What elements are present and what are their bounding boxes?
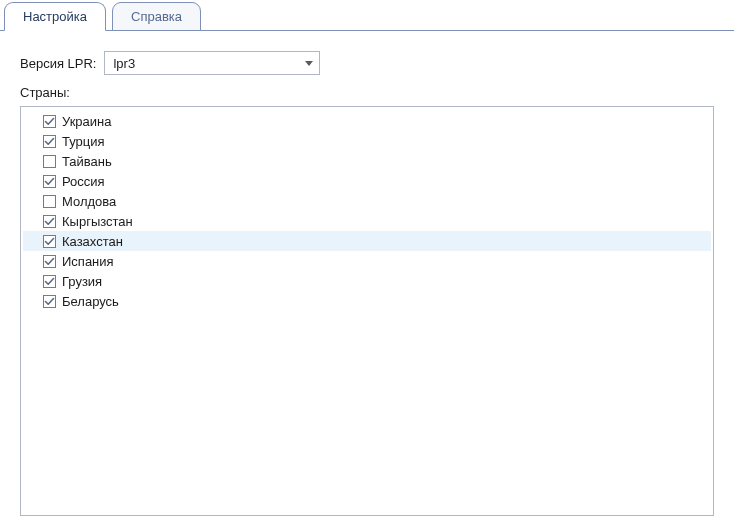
country-item[interactable]: Турция — [23, 131, 711, 151]
tab-settings[interactable]: Настройка — [4, 2, 106, 31]
tab-settings-label: Настройка — [23, 9, 87, 24]
country-label: Кыргызстан — [62, 214, 133, 229]
countries-label: Страны: — [20, 85, 714, 100]
tab-help[interactable]: Справка — [112, 2, 201, 31]
country-item[interactable]: Россия — [23, 171, 711, 191]
country-item[interactable]: Беларусь — [23, 291, 711, 311]
country-item[interactable]: Кыргызстан — [23, 211, 711, 231]
settings-panel: Версия LPR: lpr3 Страны: УкраинаТурцияТа… — [0, 31, 734, 525]
country-label: Молдова — [62, 194, 116, 209]
country-checkbox[interactable] — [43, 235, 56, 248]
country-label: Казахстан — [62, 234, 123, 249]
country-item[interactable]: Грузия — [23, 271, 711, 291]
chevron-down-icon — [305, 61, 313, 66]
country-item[interactable]: Молдова — [23, 191, 711, 211]
lpr-version-row: Версия LPR: lpr3 — [20, 51, 714, 75]
tab-help-label: Справка — [131, 9, 182, 24]
country-label: Грузия — [62, 274, 102, 289]
country-item[interactable]: Тайвань — [23, 151, 711, 171]
country-checkbox[interactable] — [43, 155, 56, 168]
tab-bar: Настройка Справка — [0, 0, 734, 31]
country-label: Украина — [62, 114, 112, 129]
country-item[interactable]: Украина — [23, 111, 711, 131]
country-checkbox[interactable] — [43, 255, 56, 268]
country-item[interactable]: Казахстан — [23, 231, 711, 251]
country-label: Беларусь — [62, 294, 119, 309]
country-checkbox[interactable] — [43, 215, 56, 228]
country-label: Тайвань — [62, 154, 112, 169]
country-label: Россия — [62, 174, 105, 189]
country-checkbox[interactable] — [43, 295, 56, 308]
lpr-version-label: Версия LPR: — [20, 56, 96, 71]
country-label: Турция — [62, 134, 105, 149]
countries-listbox[interactable]: УкраинаТурцияТайваньРоссияМолдоваКыргызс… — [20, 106, 714, 516]
country-label: Испания — [62, 254, 114, 269]
lpr-version-select[interactable]: lpr3 — [104, 51, 320, 75]
country-checkbox[interactable] — [43, 175, 56, 188]
country-item[interactable]: Испания — [23, 251, 711, 271]
country-checkbox[interactable] — [43, 115, 56, 128]
lpr-version-value: lpr3 — [113, 56, 135, 71]
country-checkbox[interactable] — [43, 275, 56, 288]
country-checkbox[interactable] — [43, 135, 56, 148]
country-checkbox[interactable] — [43, 195, 56, 208]
